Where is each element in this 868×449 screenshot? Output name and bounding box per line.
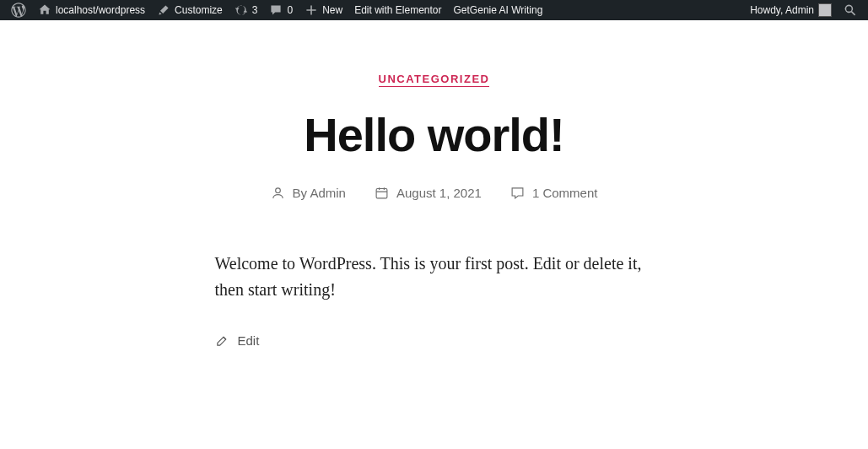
- updates-link[interactable]: 3: [229, 0, 264, 20]
- post-title: Hello world!: [17, 107, 851, 162]
- getgenie-label: GetGenie AI Writing: [454, 4, 543, 16]
- author-wrap: By Admin: [293, 186, 346, 200]
- entry-content: Welcome to WordPress. This is your first…: [198, 251, 671, 348]
- site-name-text: localhost/wordpress: [56, 4, 145, 16]
- home-icon: [38, 3, 51, 17]
- new-content-link[interactable]: New: [299, 0, 348, 20]
- person-icon: [271, 186, 285, 200]
- avatar: [818, 3, 832, 17]
- admin-bar-left: localhost/wordpress Customize 3 0 New Ed…: [5, 0, 548, 20]
- edit-elementor-link[interactable]: Edit with Elementor: [348, 0, 447, 20]
- by-label: By: [293, 186, 310, 200]
- comments-count: 0: [287, 4, 293, 16]
- comment-outline-icon: [510, 186, 525, 200]
- calendar-icon: [375, 186, 389, 200]
- updates-count: 3: [252, 4, 258, 16]
- site-name-link[interactable]: localhost/wordpress: [32, 0, 151, 20]
- meta-author: By Admin: [271, 186, 346, 200]
- post-body: Welcome to WordPress. This is your first…: [215, 251, 654, 303]
- search-icon: [844, 3, 857, 17]
- post-meta: By Admin August 1, 2021 1 Comment: [17, 186, 851, 200]
- footer-widgets: Search: [0, 348, 868, 449]
- pencil-icon: [215, 333, 229, 348]
- edit-post-link[interactable]: Edit: [215, 333, 654, 348]
- wp-admin-bar: localhost/wordpress Customize 3 0 New Ed…: [0, 0, 868, 20]
- customize-link[interactable]: Customize: [151, 0, 229, 20]
- svg-point-0: [275, 188, 280, 193]
- howdy-text: Howdy, Admin: [750, 4, 814, 16]
- new-label: New: [322, 4, 342, 16]
- admin-bar-right: Howdy, Admin: [744, 0, 863, 20]
- customize-label: Customize: [175, 4, 223, 16]
- wordpress-logo-icon: [11, 3, 26, 18]
- post-page: UNCATEGORIZED Hello world! By Admin Augu…: [0, 20, 868, 449]
- entry-header: UNCATEGORIZED Hello world! By Admin Augu…: [0, 20, 868, 200]
- plus-icon: [305, 3, 318, 17]
- brush-icon: [157, 3, 170, 17]
- getgenie-link[interactable]: GetGenie AI Writing: [448, 0, 549, 20]
- search-toggle[interactable]: [838, 0, 863, 20]
- comments-text: 1 Comment: [532, 186, 598, 200]
- svg-rect-1: [376, 189, 387, 198]
- comment-icon: [269, 3, 283, 17]
- post-date: August 1, 2021: [396, 186, 482, 200]
- update-icon: [235, 3, 248, 17]
- meta-comments[interactable]: 1 Comment: [510, 186, 598, 200]
- my-account-link[interactable]: Howdy, Admin: [744, 0, 838, 20]
- edit-elementor-label: Edit with Elementor: [354, 4, 441, 16]
- meta-date: August 1, 2021: [375, 186, 482, 200]
- comments-link[interactable]: 0: [263, 0, 299, 20]
- edit-label: Edit: [238, 333, 260, 348]
- category-link[interactable]: UNCATEGORIZED: [379, 73, 490, 87]
- wp-logo-menu[interactable]: [5, 0, 32, 20]
- author-link[interactable]: Admin: [310, 186, 346, 200]
